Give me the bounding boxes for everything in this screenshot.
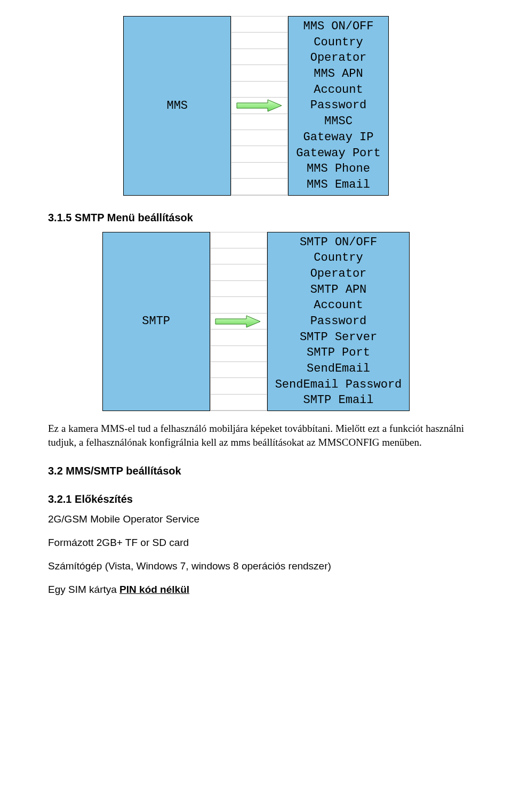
heading-32: 3.2 MMS/SMTP beállítások (48, 465, 464, 477)
diagram-right-item: Gateway IP (303, 130, 373, 146)
diagram-right-item: SMTP Server (300, 329, 377, 345)
mms-left-box: MMS (123, 16, 231, 196)
mms-diagram: MMS MMS ON/OFFCountryOperatorM (48, 16, 464, 196)
diagram-right-item: SMTP Port (307, 345, 370, 361)
diagram-right-item: SMTP APN (310, 282, 367, 298)
prep-item-3: Számítógép (Vista, Windows 7, windows 8 … (48, 560, 464, 572)
diagram-right-item: MMS ON/OFF (303, 19, 373, 35)
diagram-right-item: Account (314, 82, 363, 98)
heading-321: 3.2.1 Előkészítés (48, 493, 464, 505)
prep-item-4-bold: PIN kód nélkül (119, 584, 189, 595)
smtp-left-box: SMTP (102, 232, 210, 412)
intro-paragraph: Ez a kamera MMS-el tud a felhasználó mob… (48, 422, 464, 449)
prep-item-2: Formázott 2GB+ TF or SD card (48, 537, 464, 549)
smtp-arrow-column (210, 232, 267, 412)
diagram-right-item: Gateway Port (296, 146, 380, 162)
diagram-right-item: Country (314, 35, 363, 51)
mms-right-box: MMS ON/OFFCountryOperatorMMS APNAccountP… (288, 16, 388, 196)
diagram-right-item: SMTP Email (303, 392, 373, 408)
arrow-right-icon (236, 98, 284, 114)
svg-marker-1 (215, 316, 260, 327)
prep-item-1: 2G/GSM Mobile Operator Service (48, 513, 464, 525)
arrow-right-icon (214, 313, 262, 329)
diagram-right-item: Account (314, 298, 363, 313)
diagram-right-item: MMS Phone (307, 161, 370, 177)
diagram-right-item: Password (310, 313, 367, 329)
prep-item-4: Egy SIM kártya PIN kód nélkül (48, 584, 464, 596)
diagram-right-item: Operator (310, 50, 367, 66)
diagram-right-item: Operator (310, 266, 367, 282)
smtp-right-box: SMTP ON/OFFCountryOperatorSMTP APNAccoun… (267, 232, 410, 412)
mms-left-label: MMS (166, 99, 188, 112)
diagram-right-item: MMS Email (307, 177, 370, 193)
diagram-right-item: MMS APN (314, 66, 363, 82)
smtp-diagram: SMTP SMTP ON/OFFCountryOperatorSMTP APNA… (48, 232, 464, 412)
diagram-right-item: MMSC (324, 114, 353, 130)
diagram-right-item: SMTP ON/OFF (300, 235, 377, 251)
diagram-right-item: Password (310, 98, 367, 114)
prep-item-4-prefix: Egy SIM kártya (48, 584, 119, 595)
diagram-right-item: Country (314, 250, 363, 266)
smtp-left-label: SMTP (142, 315, 170, 328)
heading-315: 3.1.5 SMTP Menü beállítások (48, 212, 464, 224)
diagram-right-item: SendEmail (307, 361, 370, 377)
diagram-right-item: SendEmail Password (275, 377, 402, 393)
svg-marker-0 (237, 100, 282, 111)
mms-arrow-column (231, 16, 288, 196)
